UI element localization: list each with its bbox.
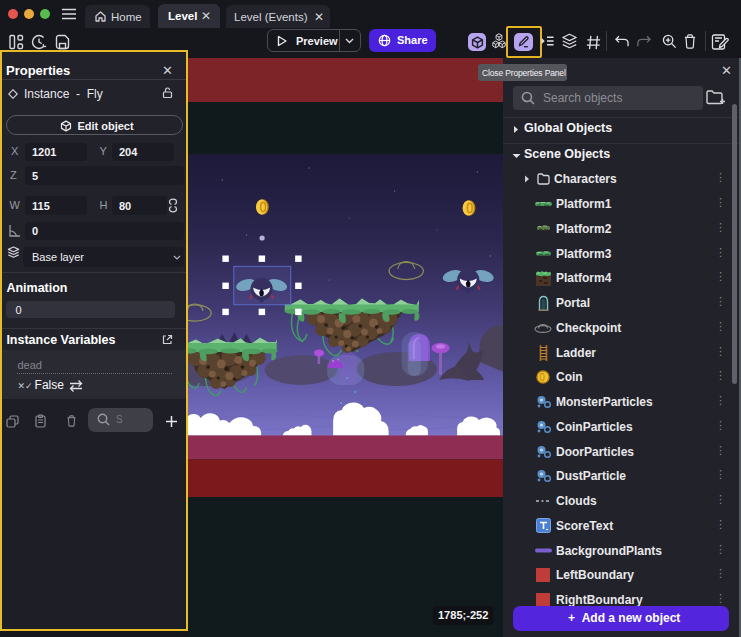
svg-text:1785;-252: 1785;-252 [437, 610, 487, 622]
